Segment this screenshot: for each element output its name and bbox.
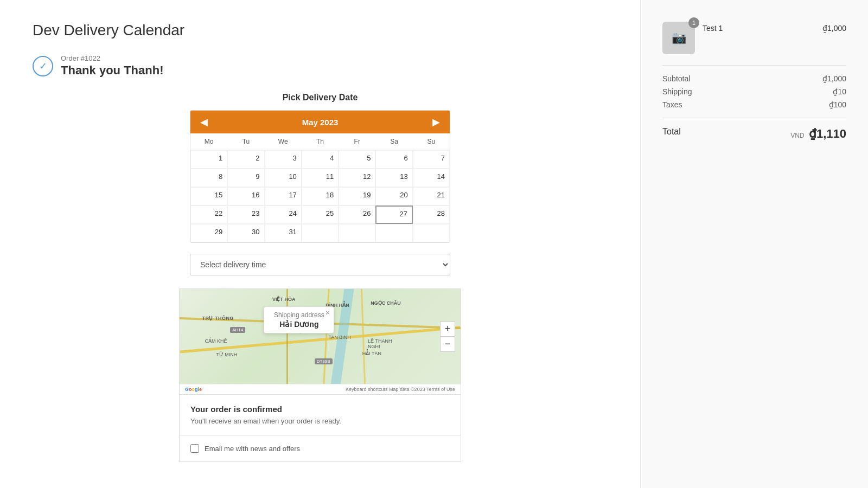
- calendar-day-name: Mo: [190, 133, 227, 150]
- calendar: ◀ May 2023 ▶ MoTuWeThFrSaSu 123456789101…: [190, 110, 450, 243]
- calendar-day[interactable]: 1: [190, 150, 227, 169]
- calendar-empty-cell: [375, 224, 412, 242]
- calendar-prev-button[interactable]: ◀: [198, 116, 210, 128]
- calendar-empty-cell: [339, 224, 375, 242]
- delivery-time-wrapper: Select delivery timeMorning (8:00 - 12:0…: [190, 254, 450, 275]
- total-amount-wrap: VND ₫1,110: [790, 127, 846, 141]
- map-label-tu-minh: TỪ MINH: [216, 352, 237, 357]
- shipping-value: ₫10: [833, 87, 846, 96]
- thank-you-message: Thank you Thanh!: [61, 63, 163, 78]
- map-zoom-in-button[interactable]: +: [440, 322, 455, 337]
- calendar-header: ◀ May 2023 ▶: [190, 111, 450, 133]
- delivery-time-select[interactable]: Select delivery timeMorning (8:00 - 12:0…: [190, 254, 450, 275]
- calendar-day[interactable]: 7: [413, 150, 450, 169]
- calendar-empty-cell: [413, 224, 450, 242]
- calendar-day-name: Tu: [227, 133, 264, 150]
- calendar-day[interactable]: 30: [227, 224, 264, 242]
- map-label-viet-hoa: VIỆT HÒA: [272, 297, 296, 302]
- map-bottom-bar: Google Keyboard shortcuts Map data ©2023…: [180, 384, 461, 394]
- calendar-day[interactable]: 31: [265, 224, 302, 242]
- calendar-day-name: Sa: [375, 133, 412, 150]
- total-currency: VND: [790, 132, 804, 139]
- calendar-day[interactable]: 18: [302, 187, 339, 206]
- item-name: Test 1: [703, 22, 815, 33]
- calendar-day[interactable]: 14: [413, 169, 450, 187]
- subtotal-value: ₫1,000: [822, 74, 846, 83]
- map-popup-close-button[interactable]: ✕: [325, 309, 330, 317]
- total-label: Total: [662, 127, 681, 141]
- email-subscribe-label: Email me with news and offers: [205, 445, 300, 453]
- map-zoom-out-button[interactable]: −: [440, 337, 455, 352]
- calendar-day[interactable]: 16: [227, 187, 264, 206]
- page-title: Dev Delivery Calendar: [33, 22, 608, 39]
- right-panel: 📷 1 Test 1 ₫1,000 Subtotal ₫1,000 Shippi…: [640, 0, 868, 488]
- calendar-day[interactable]: 28: [413, 206, 450, 224]
- calendar-day[interactable]: 5: [339, 150, 375, 169]
- calendar-day-name: Th: [302, 133, 339, 150]
- calendar-days-grid: 1234567891011121314151617181920212223242…: [190, 150, 450, 242]
- map-container: TRỤ THÔNG CẦM KHÊ TỪ MINH VIỆT HÒA BÌNH …: [179, 288, 461, 395]
- calendar-day[interactable]: 10: [265, 169, 302, 187]
- calendar-day[interactable]: 6: [375, 150, 412, 169]
- calendar-day[interactable]: 13: [375, 169, 412, 187]
- calendar-next-button[interactable]: ▶: [430, 116, 442, 128]
- summary-divider-1: [662, 65, 846, 66]
- taxes-label: Taxes: [662, 100, 682, 109]
- calendar-day[interactable]: 24: [265, 206, 302, 224]
- calendar-day[interactable]: 19: [339, 187, 375, 206]
- map-label-tan-binh: TAN BINH: [329, 335, 351, 340]
- calendar-day[interactable]: 2: [227, 150, 264, 169]
- calendar-day[interactable]: 20: [375, 187, 412, 206]
- order-confirmed-title: Your order is confirmed: [190, 404, 450, 414]
- order-number: Order #1022: [61, 54, 163, 62]
- subtotal-label: Subtotal: [662, 74, 690, 83]
- map-road-ah14: AH14: [230, 327, 245, 333]
- calendar-day[interactable]: 29: [190, 224, 227, 242]
- calendar-day[interactable]: 21: [413, 187, 450, 206]
- calendar-day[interactable]: 26: [339, 206, 375, 224]
- map-label-le-thanh-nghi: LÊ THANHNGHI: [368, 338, 392, 349]
- taxes-value: ₫100: [829, 100, 846, 109]
- calendar-month-year: May 2023: [302, 118, 339, 127]
- order-info: Order #1022 Thank you Thanh!: [61, 54, 163, 78]
- calendar-day[interactable]: 22: [190, 206, 227, 224]
- map-label-cam-khe: CẦM KHÊ: [205, 338, 227, 344]
- calendar-day[interactable]: 8: [190, 169, 227, 187]
- map-label-ngoc-chau: NGỌC CHÂU: [371, 300, 401, 306]
- calendar-section-title: Pick Delivery Date: [33, 93, 608, 102]
- summary-divider-2: [662, 118, 846, 118]
- calendar-empty-cell: [302, 224, 339, 242]
- calendar-day[interactable]: 23: [227, 206, 264, 224]
- map-label-hai-tan: HẢI TÂN: [362, 351, 381, 356]
- calendar-day[interactable]: 11: [302, 169, 339, 187]
- camera-icon: 📷: [672, 31, 686, 45]
- calendar-day-name: We: [265, 133, 302, 150]
- calendar-day-name: Fr: [339, 133, 375, 150]
- calendar-grid: MoTuWeThFrSaSu: [190, 133, 450, 150]
- email-subscribe-checkbox[interactable]: [190, 444, 199, 453]
- subtotal-row: Subtotal ₫1,000: [662, 74, 846, 83]
- calendar-day-name: Su: [413, 133, 450, 150]
- calendar-day[interactable]: 27: [375, 206, 412, 224]
- total-value: ₫1,110: [809, 127, 846, 140]
- order-header: ✓ Order #1022 Thank you Thanh!: [33, 54, 608, 78]
- map-attribution: Keyboard shortcuts Map data ©2023 Terms …: [346, 387, 455, 392]
- item-quantity-badge: 1: [688, 17, 699, 28]
- calendar-day[interactable]: 17: [265, 187, 302, 206]
- calendar-day[interactable]: 9: [227, 169, 264, 187]
- order-confirmed-description: You'll receive an email when your order …: [190, 417, 450, 425]
- calendar-day[interactable]: 15: [190, 187, 227, 206]
- calendar-day[interactable]: 25: [302, 206, 339, 224]
- map-popup-title: Shipping address: [272, 311, 326, 319]
- shipping-label: Shipping: [662, 87, 692, 96]
- calendar-day[interactable]: 4: [302, 150, 339, 169]
- calendar-day[interactable]: 3: [265, 150, 302, 169]
- map-road-dt39b: DT39B: [315, 358, 333, 364]
- email-subscribe-section: Email me with news and offers: [179, 435, 461, 462]
- calendar-day[interactable]: 12: [339, 169, 375, 187]
- google-logo: Google: [185, 387, 202, 392]
- map-zoom-controls: + −: [440, 322, 455, 352]
- item-image-wrap: 📷 1: [662, 22, 695, 54]
- order-item: 📷 1 Test 1 ₫1,000: [662, 22, 846, 54]
- left-panel: Dev Delivery Calendar ✓ Order #1022 Than…: [0, 0, 640, 488]
